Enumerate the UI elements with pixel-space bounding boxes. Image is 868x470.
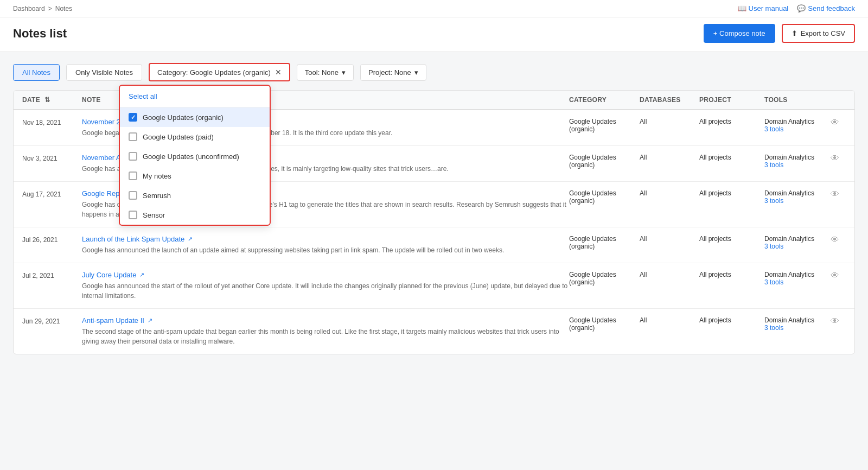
tools-count[interactable]: 3 tools xyxy=(764,278,783,286)
tools-count[interactable]: 3 tools xyxy=(764,161,783,169)
note-title[interactable]: July Core Update ↗ xyxy=(82,271,569,279)
row-date: Jun 29, 2021 xyxy=(22,316,82,325)
dropdown-item-label: Sensor xyxy=(143,211,165,219)
row-category: Google Updates (organic) xyxy=(569,235,640,250)
breadcrumb-home[interactable]: Dashboard xyxy=(13,5,45,12)
select-all-option[interactable]: Select all xyxy=(120,86,270,107)
row-project: All projects xyxy=(699,189,764,197)
row-date: Nov 18, 2021 xyxy=(22,118,82,126)
col-header-tools: Tools xyxy=(764,96,824,104)
checkbox-google-updates-paid[interactable] xyxy=(129,132,137,141)
row-databases: All xyxy=(640,189,699,197)
close-category-filter-icon[interactable]: ✕ xyxy=(275,68,282,77)
tools-count[interactable]: 3 tools xyxy=(764,125,783,133)
visibility-icon[interactable]: 👁 xyxy=(831,118,839,128)
visibility-icon[interactable]: 👁 xyxy=(831,189,839,199)
chevron-down-icon: ▾ xyxy=(342,68,346,77)
row-category: Google Updates (organic) xyxy=(569,271,640,286)
col-header-date: Date ⇅ xyxy=(22,96,82,104)
export-csv-button[interactable]: ⬆ Export to CSV xyxy=(782,24,855,43)
row-databases: All xyxy=(640,154,699,161)
dropdown-item-label: Google Updates (organic) xyxy=(143,113,224,122)
external-link-icon[interactable]: ↗ xyxy=(139,271,144,278)
sort-icon[interactable]: ⇅ xyxy=(44,96,50,104)
row-databases: All xyxy=(640,316,699,324)
row-tools: Domain Analytics3 tools xyxy=(764,189,824,205)
table-row: Jul 26, 2021 Launch of the Link Spam Upd… xyxy=(14,227,854,263)
col-header-category: Category xyxy=(569,96,640,104)
row-tools: Domain Analytics3 tools xyxy=(764,118,824,133)
filters-bar: All Notes Only Visible Notes Category: G… xyxy=(13,63,855,81)
row-category: Google Updates (organic) xyxy=(569,316,640,332)
tools-count[interactable]: 3 tools xyxy=(764,324,783,332)
row-tools: Domain Analytics3 tools xyxy=(764,316,824,332)
row-actions: 👁 xyxy=(824,271,846,281)
tools-count[interactable]: 3 tools xyxy=(764,197,783,205)
checkbox-google-updates-organic[interactable] xyxy=(129,113,137,122)
visibility-icon[interactable]: 👁 xyxy=(831,154,839,163)
tab-all-notes[interactable]: All Notes xyxy=(13,64,60,81)
dropdown-item-my-notes[interactable]: My notes xyxy=(120,166,270,186)
dropdown-item-google-updates-organic[interactable]: Google Updates (organic) xyxy=(120,107,270,127)
row-date: Nov 3, 2021 xyxy=(22,154,82,162)
chevron-down-icon: ▾ xyxy=(414,68,418,77)
dropdown-item-google-updates-unconfirmed[interactable]: Google Updates (unconfirmed) xyxy=(120,147,270,166)
row-category: Google Updates (organic) xyxy=(569,118,640,133)
dropdown-item-label: My notes xyxy=(143,172,171,180)
dropdown-item-sensor[interactable]: Sensor xyxy=(120,205,270,225)
dropdown-item-semrush[interactable]: Semrush xyxy=(120,186,270,205)
category-dropdown-menu: Select all Google Updates (organic) Goog… xyxy=(119,85,271,226)
dropdown-item-label: Google Updates (unconfirmed) xyxy=(143,153,239,161)
user-manual-link[interactable]: 📖 User manual xyxy=(738,4,789,12)
dropdown-item-google-updates-paid[interactable]: Google Updates (paid) xyxy=(120,127,270,147)
top-bar: Dashboard > Notes 📖 User manual 💬 Send f… xyxy=(0,0,868,17)
note-desc: The second stage of the anti-spam update… xyxy=(82,327,569,346)
note-title[interactable]: Anti-spam Update II ↗ xyxy=(82,316,569,325)
project-filter-button[interactable]: Project: None ▾ xyxy=(360,64,426,81)
row-databases: All xyxy=(640,118,699,125)
tool-filter-button[interactable]: Tool: None ▾ xyxy=(297,64,354,81)
visibility-icon[interactable]: 👁 xyxy=(831,316,839,326)
breadcrumb-sep: > xyxy=(48,5,52,12)
feedback-icon: 💬 xyxy=(797,4,806,12)
note-desc: Google has announced the start of the ro… xyxy=(82,281,569,301)
row-databases: All xyxy=(640,235,699,243)
header-buttons: + Compose note ⬆ Export to CSV xyxy=(704,24,855,43)
row-tools: Domain Analytics3 tools xyxy=(764,271,824,286)
table-row: Jun 29, 2021 Anti-spam Update II ↗ The s… xyxy=(14,309,854,354)
compose-note-button[interactable]: + Compose note xyxy=(704,24,775,43)
row-date: Jul 26, 2021 xyxy=(22,235,82,244)
col-header-project: Project xyxy=(699,96,764,104)
row-category: Google Updates (organic) xyxy=(569,154,640,169)
checkbox-google-updates-unconfirmed[interactable] xyxy=(129,152,137,161)
row-actions: 👁 xyxy=(824,118,846,128)
row-actions: 👁 xyxy=(824,189,846,199)
tab-visible-notes[interactable]: Only Visible Notes xyxy=(66,64,142,81)
page-header: Notes list + Compose note ⬆ Export to CS… xyxy=(0,17,868,52)
row-databases: All xyxy=(640,271,699,278)
content-area: All Notes Only Visible Notes Category: G… xyxy=(0,52,868,365)
row-category: Google Updates (organic) xyxy=(569,189,640,205)
note-title[interactable]: Launch of the Link Spam Update ↗ xyxy=(82,235,569,243)
visibility-icon[interactable]: 👁 xyxy=(831,271,839,281)
row-note: July Core Update ↗ Google has announced … xyxy=(82,271,569,301)
dropdown-item-label: Semrush xyxy=(143,192,171,200)
note-desc: Google has announced the launch of an up… xyxy=(82,245,569,255)
external-link-icon[interactable]: ↗ xyxy=(148,317,152,324)
visibility-icon[interactable]: 👁 xyxy=(831,235,839,245)
category-filter-label: Category: Google Updates (organic) xyxy=(157,68,271,77)
checkbox-sensor[interactable] xyxy=(129,211,137,219)
send-feedback-link[interactable]: 💬 Send feedback xyxy=(797,4,855,12)
tools-count[interactable]: 3 tools xyxy=(764,243,783,250)
row-project: All projects xyxy=(699,154,764,161)
row-project: All projects xyxy=(699,235,764,243)
breadcrumb-current: Notes xyxy=(55,5,72,12)
row-project: All projects xyxy=(699,316,764,324)
checkbox-my-notes[interactable] xyxy=(129,172,137,180)
book-icon: 📖 xyxy=(738,4,746,12)
row-date: Aug 17, 2021 xyxy=(22,189,82,198)
external-link-icon[interactable]: ↗ xyxy=(188,236,193,243)
checkbox-semrush[interactable] xyxy=(129,191,137,200)
category-filter-button[interactable]: Category: Google Updates (organic) ✕ xyxy=(149,63,290,81)
row-actions: 👁 xyxy=(824,235,846,245)
